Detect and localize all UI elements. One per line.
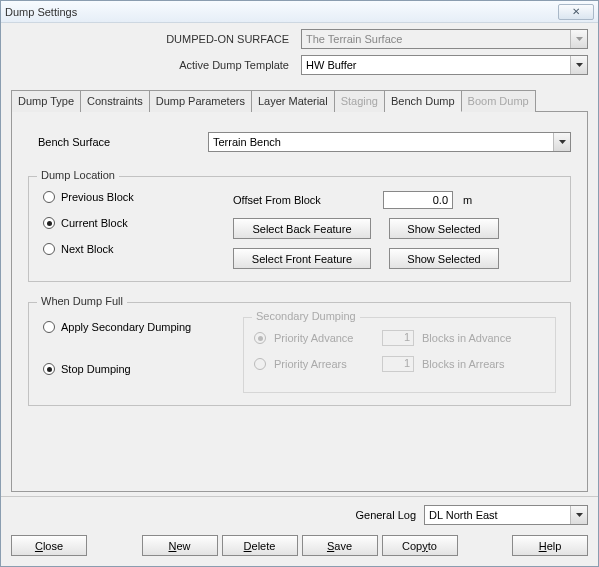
dumped-surface-value: The Terrain Surface [306, 33, 402, 45]
radio-icon [254, 332, 266, 344]
copy-to-button[interactable]: Copy to [382, 535, 458, 556]
titlebar: Dump Settings ✕ [1, 1, 598, 23]
bench-surface-value: Terrain Bench [213, 136, 281, 148]
current-block-radio[interactable]: Current Block [43, 217, 233, 229]
general-log-value: DL North East [429, 509, 498, 521]
close-icon: ✕ [572, 6, 580, 17]
radio-icon [43, 243, 55, 255]
tab-dump-parameters[interactable]: Dump Parameters [150, 90, 252, 112]
priority-arrears-label: Priority Arrears [274, 358, 374, 370]
dumped-surface-label: DUMPED-ON SURFACE [11, 33, 301, 45]
select-back-feature-button[interactable]: Select Back Feature [233, 218, 371, 239]
apply-secondary-label: Apply Secondary Dumping [61, 321, 191, 333]
next-block-radio[interactable]: Next Block [43, 243, 233, 255]
offset-unit: m [463, 194, 481, 206]
tab-boom-dump: Boom Dump [462, 90, 536, 112]
radio-icon [43, 191, 55, 203]
tab-page-bench-dump: Bench Surface Terrain Bench Dump Locatio… [11, 112, 588, 492]
block-radio-group: Previous Block Current Block Next Block [43, 191, 233, 269]
radio-icon [43, 363, 55, 375]
secondary-dumping-legend: Secondary Dumping [252, 310, 360, 322]
button-row: Close New Delete Save Copy to Help [11, 535, 588, 556]
active-template-label: Active Dump Template [11, 59, 301, 71]
general-log-row: General Log DL North East [11, 505, 588, 525]
window-title: Dump Settings [5, 6, 558, 18]
window-close-button[interactable]: ✕ [558, 4, 594, 20]
dumped-surface-row: DUMPED-ON SURFACE The Terrain Surface [11, 29, 588, 49]
active-template-combo[interactable]: HW Buffer [301, 55, 588, 75]
radio-icon [43, 217, 55, 229]
content-area: DUMPED-ON SURFACE The Terrain Surface Ac… [1, 23, 598, 496]
priority-arrears-radio: Priority Arrears 1 Blocks in Arrears [254, 356, 545, 372]
when-dump-full-legend: When Dump Full [37, 295, 127, 307]
bottom-panel: General Log DL North East Close New Dele… [1, 496, 598, 566]
tab-dump-type[interactable]: Dump Type [11, 90, 81, 112]
offset-input[interactable] [383, 191, 453, 209]
general-log-label: General Log [355, 509, 416, 521]
chevron-down-icon[interactable] [570, 506, 587, 524]
radio-icon [43, 321, 55, 333]
bench-surface-row: Bench Surface Terrain Bench [28, 132, 571, 152]
back-feature-row: Select Back Feature Show Selected [233, 218, 556, 239]
stop-dumping-radio[interactable]: Stop Dumping [43, 363, 243, 375]
select-front-feature-button[interactable]: Select Front Feature [233, 248, 371, 269]
bench-surface-label: Bench Surface [28, 136, 208, 148]
tab-layer-material[interactable]: Layer Material [252, 90, 335, 112]
when-full-radio-group: Apply Secondary Dumping Stop Dumping [43, 317, 243, 393]
bench-surface-combo[interactable]: Terrain Bench [208, 132, 571, 152]
apply-secondary-radio[interactable]: Apply Secondary Dumping [43, 321, 243, 333]
advance-suffix: Blocks in Advance [422, 332, 545, 344]
previous-block-label: Previous Block [61, 191, 134, 203]
secondary-dumping-fieldset: Secondary Dumping Priority Advance 1 Blo… [243, 317, 556, 393]
offset-label: Offset From Block [233, 194, 373, 206]
current-block-label: Current Block [61, 217, 128, 229]
close-button[interactable]: Close [11, 535, 87, 556]
arrears-count-input: 1 [382, 356, 414, 372]
chevron-down-icon[interactable] [570, 56, 587, 74]
priority-advance-label: Priority Advance [274, 332, 374, 344]
when-dump-full-fieldset: When Dump Full Apply Secondary Dumping S… [28, 302, 571, 406]
radio-icon [254, 358, 266, 370]
front-feature-row: Select Front Feature Show Selected [233, 248, 556, 269]
tab-staging: Staging [335, 90, 385, 112]
tab-constraints[interactable]: Constraints [81, 90, 150, 112]
previous-block-radio[interactable]: Previous Block [43, 191, 233, 203]
chevron-down-icon[interactable] [553, 133, 570, 151]
stop-dumping-label: Stop Dumping [61, 363, 131, 375]
dump-settings-window: Dump Settings ✕ DUMPED-ON SURFACE The Te… [0, 0, 599, 567]
advance-count-input: 1 [382, 330, 414, 346]
tabstrip: Dump Type Constraints Dump Parameters La… [11, 89, 588, 112]
dump-location-fieldset: Dump Location Previous Block Current Blo… [28, 176, 571, 282]
save-button[interactable]: Save [302, 535, 378, 556]
offset-row: Offset From Block m [233, 191, 556, 209]
dumped-surface-combo: The Terrain Surface [301, 29, 588, 49]
next-block-label: Next Block [61, 243, 114, 255]
priority-advance-radio: Priority Advance 1 Blocks in Advance [254, 330, 545, 346]
active-template-value: HW Buffer [306, 59, 357, 71]
general-log-combo[interactable]: DL North East [424, 505, 588, 525]
show-selected-back-button[interactable]: Show Selected [389, 218, 499, 239]
help-button[interactable]: Help [512, 535, 588, 556]
chevron-down-icon [570, 30, 587, 48]
show-selected-front-button[interactable]: Show Selected [389, 248, 499, 269]
active-template-row: Active Dump Template HW Buffer [11, 55, 588, 75]
new-button[interactable]: New [142, 535, 218, 556]
delete-button[interactable]: Delete [222, 535, 298, 556]
dump-location-legend: Dump Location [37, 169, 119, 181]
tab-bench-dump[interactable]: Bench Dump [385, 90, 462, 112]
arrears-suffix: Blocks in Arrears [422, 358, 545, 370]
